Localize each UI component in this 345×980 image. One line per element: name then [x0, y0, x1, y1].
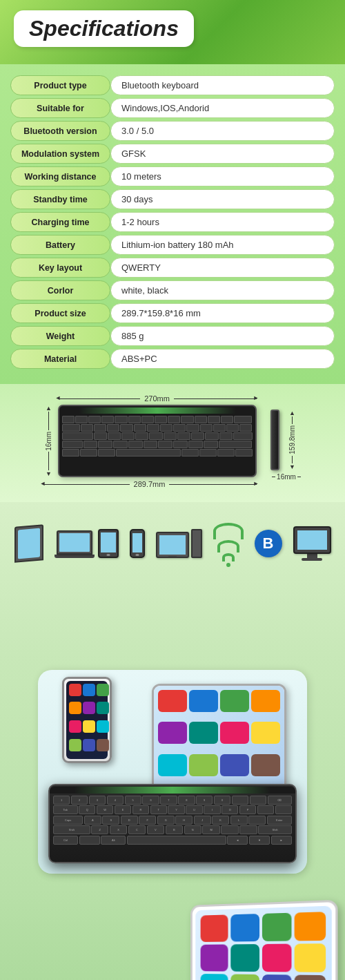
device-grid: B [10, 516, 335, 570]
keyboard-top-view [58, 405, 257, 477]
spec-label: Suitable for [10, 98, 110, 118]
spec-value: 289.7*159.8*16 mm [110, 303, 335, 323]
left-dim-top: 16mm [45, 430, 52, 452]
phone-on-keyboard [62, 677, 112, 763]
spec-value: 3.0 / 5.0 [110, 121, 335, 141]
spec-value: white, black [110, 280, 335, 300]
bluetooth-icon: B [255, 530, 282, 557]
spec-value: 885 g [110, 326, 335, 346]
spec-value: QWERTY [110, 258, 335, 278]
product-photo-section: 1 2 3 4 5 6 7 8 9 0 ⌫ Tab Q W [0, 654, 345, 889]
table-row: Standby time30 days [10, 189, 335, 209]
side-bottom-dim: 16mm [272, 473, 301, 481]
table-row: Weight885 g [10, 326, 335, 346]
spec-label: Bluetooth version [10, 121, 110, 141]
laptop-tablet-group [55, 529, 119, 558]
spec-label: Working distance [10, 166, 110, 186]
spec-label: Product type [10, 75, 110, 95]
monitor-icon [293, 526, 331, 561]
spec-label: Weight [10, 326, 110, 346]
diagram-wrapper: ◄ 270mm ► ▲ 16mm ▼ [14, 394, 331, 488]
table-row: Suitable forWindows,IOS,Andorid [10, 98, 335, 118]
keyboard-side-view [270, 410, 279, 470]
spec-value: Windows,IOS,Andorid [110, 98, 335, 118]
tablet-on-keyboard [152, 684, 286, 791]
table-row: Corlorwhite, black [10, 280, 335, 300]
table-row: Modulation systemGFSK [10, 144, 335, 164]
specs-section: Product typeBluetooth keyboardSuitable f… [0, 64, 345, 384]
table-row: Key layoutQWERTY [10, 258, 335, 278]
connectivity-section: B [0, 502, 345, 654]
table-row: BatteryLithium-ion battery 180 mAh [10, 235, 335, 255]
table-row: Charging time1-2 hours [10, 212, 335, 232]
table-row: Product size289.7*159.8*16 mm [10, 303, 335, 323]
bottom-tablet [190, 900, 337, 980]
header-section: Specifications [0, 0, 345, 64]
spec-value: 10 meters [110, 166, 335, 186]
height-label: 159.8mm [288, 424, 296, 456]
depth-right-label: 16mm [277, 473, 296, 481]
wifi-icon [213, 523, 244, 567]
bottom-dim-arrow: ◄ 289.7mm ► [43, 480, 257, 488]
table-row: Product typeBluetooth keyboard [10, 75, 335, 95]
spec-value: 30 days [110, 189, 335, 209]
spec-label: Corlor [10, 280, 110, 300]
left-dim: ▲ 16mm ▼ [43, 405, 55, 477]
spec-value: Bluetooth keyboard [110, 75, 335, 95]
spec-value: GFSK [110, 144, 335, 164]
spec-label: Product size [10, 303, 110, 323]
title-badge: Specifications [14, 10, 194, 47]
specs-table: Product typeBluetooth keyboardSuitable f… [10, 73, 335, 372]
spec-label: Modulation system [10, 144, 110, 164]
bottom-section [0, 889, 345, 980]
top-view-container: ◄ 270mm ► ▲ 16mm ▼ [43, 394, 257, 488]
side-view-container: ▲ 159.8mm ▼ 16mm [270, 410, 303, 481]
spec-label: Key layout [10, 258, 110, 278]
spec-label: Charging time [10, 212, 110, 232]
product-display: 1 2 3 4 5 6 7 8 9 0 ⌫ Tab Q W [38, 670, 307, 874]
table-row: MaterialABS+PC [10, 349, 335, 369]
top-dim-arrow: ◄ 270mm ► [43, 394, 257, 403]
physical-keyboard: 1 2 3 4 5 6 7 8 9 0 ⌫ Tab Q W [48, 784, 297, 863]
phone-icon [130, 529, 145, 558]
spec-label: Standby time [10, 189, 110, 209]
spec-value: 1-2 hours [110, 212, 335, 232]
diagram-section: ◄ 270mm ► ▲ 16mm ▼ [0, 384, 345, 502]
spec-value: ABS+PC [110, 349, 335, 369]
top-width-label: 270mm [140, 394, 174, 403]
bottom-width-label: 289.7mm [130, 480, 170, 488]
table-row: Bluetooth version3.0 / 5.0 [10, 121, 335, 141]
spec-value: Lithium-ion battery 180 mAh [110, 235, 335, 255]
stand-device-icon [14, 526, 43, 561]
desktop-icon [156, 529, 202, 558]
page-title: Specifications [29, 16, 179, 41]
table-row: Working distance10 meters [10, 166, 335, 186]
spec-label: Battery [10, 235, 110, 255]
spec-label: Material [10, 349, 110, 369]
